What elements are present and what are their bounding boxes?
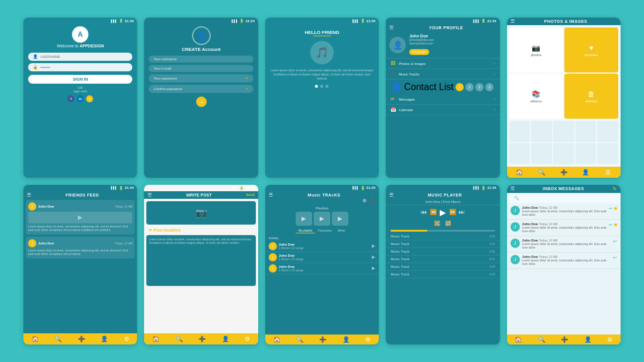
footer-user-icon[interactable]: 👤 xyxy=(584,336,591,343)
search-icon[interactable]: 🔍 xyxy=(362,199,368,204)
favorites-card[interactable]: ♥ favorites xyxy=(564,27,618,73)
dot-1[interactable] xyxy=(315,85,318,88)
reply-icon-2[interactable]: ↩ xyxy=(609,222,613,227)
footer-home-icon[interactable]: 🏠 xyxy=(32,336,39,342)
menu-icon[interactable]: ☰ xyxy=(511,19,515,24)
footer-home-icon[interactable]: 🏠 xyxy=(515,336,522,343)
footer-home-icon[interactable]: 🏠 xyxy=(273,336,280,343)
thumbnail[interactable] xyxy=(553,143,574,164)
thumbnail[interactable] xyxy=(553,121,574,142)
menu-item-calendar[interactable]: 📅 Calendar › xyxy=(386,105,499,115)
menu-item-messages[interactable]: ✉ Messages › xyxy=(386,94,499,105)
footer-home-icon[interactable]: 🏠 xyxy=(152,336,159,342)
reply-icon[interactable]: ↩ xyxy=(609,206,613,211)
footer-add-icon[interactable]: ➕ xyxy=(78,336,85,342)
progress-bar[interactable] xyxy=(390,230,495,232)
menu-icon[interactable]: ☰ xyxy=(511,186,515,191)
footer-add-icon[interactable]: ➕ xyxy=(561,336,568,343)
dot-3[interactable] xyxy=(326,85,328,88)
nickname-input[interactable]: Your nickname xyxy=(149,56,253,63)
footer-add-icon[interactable]: ➕ xyxy=(198,336,205,342)
menu-item-music[interactable]: 🎵 Music Tracks › xyxy=(386,69,499,80)
footer-user-icon[interactable]: 👤 xyxy=(576,169,597,175)
twitter-button[interactable]: t xyxy=(86,95,93,102)
facebook-button[interactable]: f xyxy=(67,95,74,102)
inbox-search[interactable]: 🔍 Search... xyxy=(511,195,617,202)
thumbnail[interactable] xyxy=(509,121,530,142)
menu-item-photos[interactable]: 🖼 Photos & Images › xyxy=(386,58,499,69)
footer-search-icon[interactable]: 🔍 xyxy=(176,336,183,342)
track-item-6[interactable]: Music Track 4:33 xyxy=(386,271,499,278)
inbox-message-4[interactable]: J John Doe Today, 12 AM Lorem ipsum dolo… xyxy=(507,253,621,269)
albums-card[interactable]: 📚 albums xyxy=(509,74,563,119)
inbox-message-1[interactable]: J John Doe Today, 12 AM Lorem ipsum dolo… xyxy=(507,204,621,220)
footer-search-icon[interactable]: 🔍 xyxy=(54,336,61,342)
playlist-card-2[interactable]: ▶ xyxy=(314,212,330,226)
password-field[interactable]: 🔒 •••••••• xyxy=(28,63,132,71)
shuffle-icon[interactable]: 🔀 xyxy=(434,220,440,226)
footer-add-icon[interactable]: ➕ xyxy=(319,336,326,343)
menu-icon[interactable]: ☰ xyxy=(269,192,273,198)
deleted-card[interactable]: 🗑 deleted xyxy=(564,74,618,119)
play-icon[interactable]: ▶ xyxy=(78,214,83,220)
thumbnail[interactable] xyxy=(509,143,530,164)
edit-icon[interactable]: ✎ xyxy=(612,186,617,192)
track-item-1[interactable]: Music Track 3:23 xyxy=(386,233,499,240)
track-item-4[interactable]: Music Track 5:01 xyxy=(386,256,499,263)
email-input[interactable]: Your e-mail xyxy=(149,65,253,72)
artist-play-icon-1[interactable]: ▶ xyxy=(372,243,375,249)
dot-2[interactable] xyxy=(320,85,323,88)
edit-profile-button[interactable]: Edit profile xyxy=(409,49,429,55)
menu-icon[interactable]: ☰ xyxy=(389,192,393,198)
tab-my-playlist[interactable]: My playlist xyxy=(296,228,315,233)
footer-settings-icon[interactable]: ⚙ xyxy=(245,336,250,342)
inbox-message-3[interactable]: J John Doe Today, 12 AM Lorem ipsum dolo… xyxy=(507,236,621,253)
footer-search-icon[interactable]: 🔍 xyxy=(531,169,552,175)
track-item-2[interactable]: Music Track 4:12 xyxy=(386,240,499,248)
track-item-5[interactable]: Music Track 3:44 xyxy=(386,263,499,271)
rewind-icon[interactable]: ⏪ xyxy=(430,209,437,215)
playlist-card-1[interactable]: ▶ xyxy=(296,212,312,226)
thumbnail[interactable] xyxy=(576,121,597,142)
repeat-icon[interactable]: 🔁 xyxy=(445,220,451,226)
footer-settings-icon[interactable]: ⚙ xyxy=(365,336,371,343)
artist-play-icon-3[interactable]: ▶ xyxy=(372,266,375,271)
footer-search-icon[interactable]: 🔍 xyxy=(538,336,545,343)
menu-icon[interactable]: ☰ xyxy=(148,192,152,198)
footer-add-icon[interactable]: ➕ xyxy=(553,169,574,175)
prev-icon[interactable]: ⏮ xyxy=(421,209,427,215)
footer-user-icon[interactable]: 👤 xyxy=(342,336,350,343)
tab-favourites[interactable]: Favourites xyxy=(315,228,334,233)
menu-icon[interactable]: ☰ xyxy=(27,192,31,198)
thumbnail[interactable] xyxy=(597,143,618,164)
post-body-input[interactable]: Lorem ipsum dolor sit amet, consectetur … xyxy=(146,235,255,286)
inbox-message-2[interactable]: J John Doe Today, 12 AM Lorem ipsum dolo… xyxy=(507,220,621,236)
send-button[interactable]: Send xyxy=(246,193,255,196)
footer-user-icon[interactable]: 👤 xyxy=(222,336,229,342)
post-image-upload[interactable]: 📷 xyxy=(146,201,255,225)
reply-icon-4[interactable]: ↩ xyxy=(613,255,617,260)
tab-writer[interactable]: Writer xyxy=(335,228,348,233)
next-icon[interactable]: ⏭ xyxy=(459,209,465,215)
fast-forward-icon[interactable]: ⏩ xyxy=(449,209,456,215)
thumbnail[interactable] xyxy=(531,121,552,142)
footer-settings-icon[interactable]: ⚙ xyxy=(124,336,129,342)
footer-menu-icon[interactable]: ☰ xyxy=(597,169,618,175)
playlist-card-3[interactable]: ▶ xyxy=(332,212,348,226)
submit-button[interactable]: → xyxy=(196,96,207,107)
artist-play-icon-2[interactable]: ▶ xyxy=(372,254,375,260)
play-icon[interactable]: ▶ xyxy=(440,208,446,217)
track-item-3[interactable]: Music Track 2:56 xyxy=(386,248,499,256)
password-input[interactable]: Your password ✓ xyxy=(149,74,253,82)
linkedin-button[interactable]: in xyxy=(77,95,84,102)
photos-card[interactable]: 📷 photos xyxy=(509,27,563,73)
thumbnail[interactable] xyxy=(597,121,618,142)
footer-user-icon[interactable]: 👤 xyxy=(101,336,108,342)
confirm-password-input[interactable]: Confirm password ✓ xyxy=(149,85,253,93)
reply-icon-3[interactable]: ↩ xyxy=(613,239,617,244)
thumbnail[interactable] xyxy=(576,143,597,164)
thumbnail[interactable] xyxy=(531,143,552,164)
menu-icon[interactable]: ☰ xyxy=(389,25,393,30)
footer-search-icon[interactable]: 🔍 xyxy=(296,336,303,343)
add-icon[interactable]: ➕ xyxy=(369,199,375,204)
